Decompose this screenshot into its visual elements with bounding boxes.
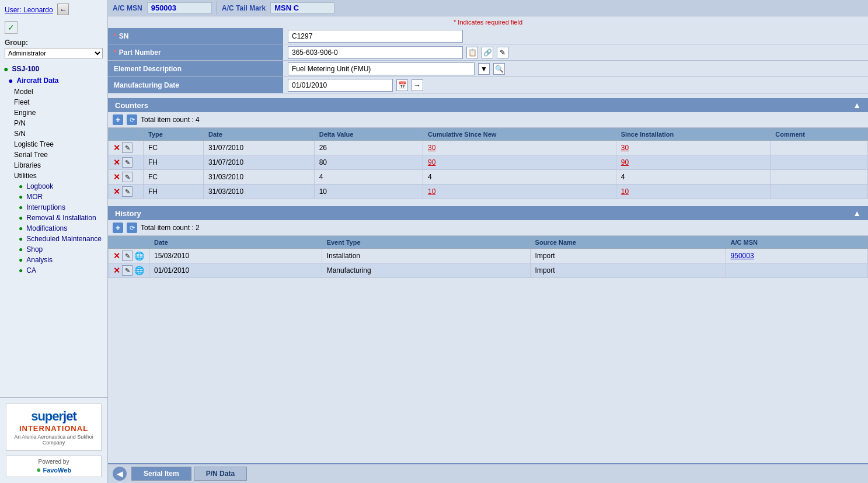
element-description-value-area: ▼ 🔍: [283, 61, 868, 77]
sidebar-item-libraries[interactable]: Libraries: [0, 160, 107, 171]
counters-add-button[interactable]: +: [113, 114, 123, 125]
history-event-type: Manufacturing: [322, 263, 530, 278]
row-actions: ✕ ✎: [109, 141, 144, 155]
counter-cumulative: 4: [423, 170, 616, 185]
counters-toolbar: + ⟳ Total item count : 4: [108, 112, 868, 128]
part-number-input[interactable]: [288, 46, 463, 59]
sidebar-item-mor[interactable]: ● MOR: [0, 192, 107, 202]
group-select[interactable]: Administrator: [5, 48, 103, 58]
sidebar-item-logistic-tree[interactable]: Logistic Tree: [0, 139, 107, 150]
modifications-dot-icon: ●: [19, 224, 23, 232]
row-actions: ✕ ✎ 🌐: [109, 249, 149, 263]
sidebar-item-logbook[interactable]: ● Logbook: [0, 181, 107, 192]
edit-button[interactable]: ✎: [122, 251, 133, 261]
row-actions: ✕ ✎: [109, 185, 144, 199]
calendar-button[interactable]: 📅: [396, 79, 408, 91]
sn-value-area: [283, 28, 868, 44]
part-number-copy-button[interactable]: 📋: [466, 47, 478, 58]
interruptions-dot-icon: ●: [19, 203, 23, 211]
counters-refresh-button[interactable]: ⟳: [127, 114, 137, 125]
table-row: ✕ ✎ 🌐 01/01/2010 Manufacturing Import: [109, 263, 868, 278]
sn-label: * SN: [108, 28, 283, 44]
ac-tail-mark-label: A/C Tail Mark: [222, 4, 266, 12]
sidebar-item-fleet[interactable]: Fleet: [0, 97, 107, 107]
part-number-edit-button[interactable]: ✎: [497, 47, 508, 58]
element-description-row: Element Description ▼ 🔍: [108, 61, 868, 77]
back-navigation-button[interactable]: ◀: [113, 467, 127, 481]
header-bar: A/C MSN 950003 A/C Tail Mark MSN C: [108, 0, 868, 16]
ac-msn-value: 950003: [147, 2, 212, 13]
sidebar-item-engine[interactable]: Engine: [0, 107, 107, 118]
manufacturing-date-row: Manufacturing Date 📅 →: [108, 77, 868, 93]
delete-button[interactable]: ✕: [113, 187, 120, 196]
back-arrow-button[interactable]: ←: [57, 4, 69, 15]
sidebar-item-sn[interactable]: S/N: [0, 128, 107, 139]
ac-msn-field: A/C MSN 950003: [108, 0, 217, 16]
user-label[interactable]: User: Leonardo: [5, 6, 53, 14]
counter-cumulative: 10: [423, 185, 616, 199]
history-section-header: History ▲: [108, 206, 868, 220]
counters-col-since-install: Since Installation: [616, 128, 771, 141]
sidebar-item-aircraft-data[interactable]: ● Aircraft Data: [0, 75, 107, 86]
history-toolbar: + ⟳ Total item count : 2: [108, 220, 868, 236]
element-description-search-button[interactable]: 🔍: [493, 63, 505, 75]
sn-input[interactable]: [288, 30, 463, 43]
history-col-ac-msn: A/C MSN: [726, 237, 867, 249]
ssj100-dot-icon: ●: [4, 64, 8, 74]
date-arrow-button[interactable]: →: [412, 79, 423, 91]
table-row: ✕ ✎ FC 31/07/2010 26 30 30: [109, 141, 868, 155]
manufacturing-date-value-area: 📅 →: [283, 77, 868, 93]
delete-button[interactable]: ✕: [113, 266, 120, 275]
history-add-button[interactable]: +: [113, 223, 123, 233]
element-description-input[interactable]: [288, 62, 475, 75]
sidebar-item-ssj100[interactable]: ● SSJ-100: [0, 63, 107, 75]
sidebar-item-model[interactable]: Model: [0, 86, 107, 97]
counter-delta: 26: [314, 141, 423, 155]
sidebar-item-pn[interactable]: P/N: [0, 118, 107, 128]
delete-button[interactable]: ✕: [113, 172, 120, 182]
manufacturing-date-input[interactable]: [288, 79, 393, 92]
counter-comment: [771, 141, 868, 155]
part-number-value-area: 📋 🔗 ✎: [283, 44, 868, 60]
counter-type: FC: [144, 141, 204, 155]
tab-serial-item[interactable]: Serial Item: [131, 467, 191, 481]
history-refresh-button[interactable]: ⟳: [127, 223, 137, 233]
sidebar-item-ca[interactable]: ● CA: [0, 265, 107, 276]
sidebar-item-utilities[interactable]: Utilities: [0, 171, 107, 181]
counter-since-install: 90: [616, 155, 771, 170]
table-row: ✕ ✎ FC 31/03/2010 4 4 4: [109, 170, 868, 185]
row-actions: ✕ ✎: [109, 170, 144, 185]
scheduled-maintenance-dot-icon: ●: [19, 235, 23, 243]
tab-pn-data[interactable]: P/N Data: [194, 467, 247, 481]
edit-button[interactable]: ✎: [122, 186, 133, 197]
sidebar-item-interruptions[interactable]: ● Interruptions: [0, 202, 107, 213]
sidebar-item-analysis[interactable]: ● Analysis: [0, 255, 107, 265]
counters-collapse-button[interactable]: ▲: [853, 100, 861, 110]
sidebar-item-modifications[interactable]: ● Modifications: [0, 223, 107, 234]
shop-dot-icon: ●: [19, 245, 23, 253]
analysis-dot-icon: ●: [19, 256, 23, 264]
sidebar-item-removal-installation[interactable]: ● Removal & Installation: [0, 213, 107, 223]
edit-button[interactable]: ✎: [122, 157, 133, 168]
counters-col-actions: [109, 128, 144, 141]
delete-button[interactable]: ✕: [113, 158, 120, 167]
sidebar-item-serial-tree[interactable]: Serial Tree: [0, 150, 107, 160]
delete-button[interactable]: ✕: [113, 251, 120, 260]
edit-button[interactable]: ✎: [122, 143, 133, 153]
international-label: INTERNATIONAL: [11, 424, 96, 433]
sidebar: User: Leonardo ← ✓ Group: Administrator …: [0, 0, 108, 483]
edit-button[interactable]: ✎: [122, 265, 133, 276]
delete-button[interactable]: ✕: [113, 143, 120, 152]
sidebar-item-shop[interactable]: ● Shop: [0, 244, 107, 255]
part-number-link-button[interactable]: 🔗: [482, 47, 493, 58]
group-label: Group:: [0, 36, 107, 48]
counter-type: FH: [144, 155, 204, 170]
history-col-event-type: Event Type: [322, 237, 530, 249]
table-row: ✕ ✎ FH 31/07/2010 80 90 90: [109, 155, 868, 170]
counter-comment: [771, 170, 868, 185]
edit-button[interactable]: ✎: [122, 172, 133, 182]
counters-table: Type Date Delta Value Cumulative Since N…: [108, 128, 868, 199]
element-description-select-button[interactable]: ▼: [478, 63, 490, 75]
sidebar-item-scheduled-maintenance[interactable]: ● Scheduled Maintenance: [0, 234, 107, 244]
history-collapse-button[interactable]: ▲: [853, 209, 861, 218]
